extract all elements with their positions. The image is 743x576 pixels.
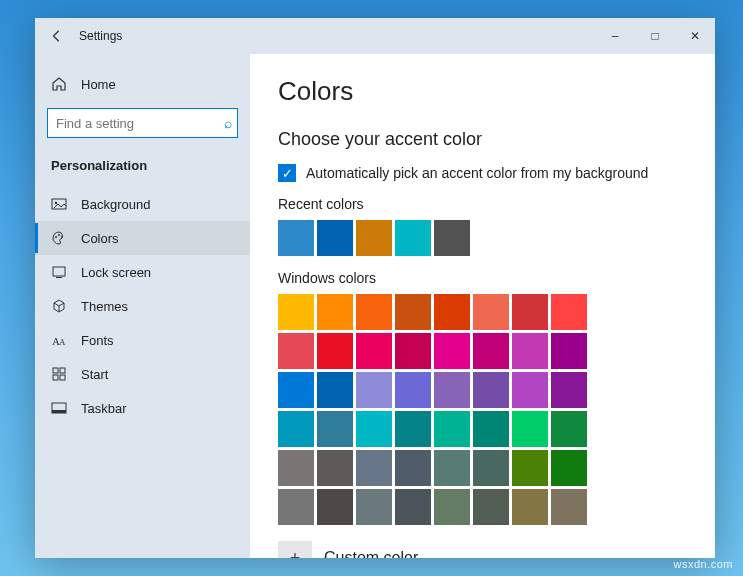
color-swatch[interactable]: [551, 489, 587, 525]
color-swatch[interactable]: [278, 220, 314, 256]
nav-home-label: Home: [81, 77, 116, 92]
nav-background[interactable]: Background: [35, 187, 250, 221]
search-input[interactable]: [56, 116, 224, 131]
nav-label: Fonts: [81, 333, 114, 348]
window-title: Settings: [79, 29, 122, 43]
svg-point-2: [55, 236, 57, 238]
color-swatch[interactable]: [356, 220, 392, 256]
svg-rect-5: [53, 267, 65, 276]
color-swatch[interactable]: [434, 450, 470, 486]
recent-colors-row: [278, 220, 590, 256]
color-swatch[interactable]: [512, 450, 548, 486]
color-swatch[interactable]: [317, 489, 353, 525]
search-input-container[interactable]: ⌕: [47, 108, 238, 138]
lock-screen-icon: [51, 264, 67, 280]
color-swatch[interactable]: [512, 411, 548, 447]
color-swatch[interactable]: [473, 450, 509, 486]
watermark: wsxdn.com: [673, 558, 733, 570]
window-controls: – □ ✕: [595, 18, 715, 54]
color-swatch[interactable]: [317, 220, 353, 256]
color-swatch[interactable]: [278, 411, 314, 447]
color-swatch[interactable]: [473, 294, 509, 330]
color-swatch[interactable]: [434, 294, 470, 330]
plus-icon[interactable]: +: [278, 541, 312, 558]
auto-accent-row[interactable]: ✓ Automatically pick an accent color fro…: [278, 164, 687, 182]
color-swatch[interactable]: [278, 333, 314, 369]
taskbar-icon: [51, 400, 67, 416]
nav-label: Themes: [81, 299, 128, 314]
recent-colors-label: Recent colors: [278, 196, 687, 212]
content-area: Colors Choose your accent color ✓ Automa…: [250, 54, 715, 558]
checkbox-checked-icon[interactable]: ✓: [278, 164, 296, 182]
color-swatch[interactable]: [434, 333, 470, 369]
color-swatch[interactable]: [395, 333, 431, 369]
color-swatch[interactable]: [473, 489, 509, 525]
color-swatch[interactable]: [512, 294, 548, 330]
color-swatch[interactable]: [551, 294, 587, 330]
color-swatch[interactable]: [551, 372, 587, 408]
nav-taskbar[interactable]: Taskbar: [35, 391, 250, 425]
color-swatch[interactable]: [395, 450, 431, 486]
nav-home[interactable]: Home: [35, 66, 250, 102]
color-swatch[interactable]: [317, 450, 353, 486]
color-swatch[interactable]: [434, 411, 470, 447]
nav-fonts[interactable]: AA Fonts: [35, 323, 250, 357]
color-swatch[interactable]: [317, 333, 353, 369]
palette-icon: [51, 230, 67, 246]
color-swatch[interactable]: [317, 294, 353, 330]
color-swatch[interactable]: [395, 489, 431, 525]
nav-colors[interactable]: Colors: [35, 221, 250, 255]
color-swatch[interactable]: [434, 220, 470, 256]
color-swatch[interactable]: [356, 333, 392, 369]
settings-window: Settings – □ ✕ Home ⌕ Personalization Ba…: [35, 18, 715, 558]
color-swatch[interactable]: [356, 372, 392, 408]
auto-accent-label: Automatically pick an accent color from …: [306, 165, 648, 181]
close-button[interactable]: ✕: [675, 18, 715, 54]
color-swatch[interactable]: [473, 333, 509, 369]
back-button[interactable]: [35, 18, 79, 54]
color-swatch[interactable]: [395, 294, 431, 330]
color-swatch[interactable]: [278, 294, 314, 330]
color-swatch[interactable]: [512, 489, 548, 525]
color-swatch[interactable]: [551, 411, 587, 447]
color-swatch[interactable]: [356, 411, 392, 447]
color-swatch[interactable]: [512, 333, 548, 369]
color-swatch[interactable]: [278, 450, 314, 486]
nav-lock-screen[interactable]: Lock screen: [35, 255, 250, 289]
color-swatch[interactable]: [434, 489, 470, 525]
category-title: Personalization: [35, 152, 250, 187]
nav-label: Taskbar: [81, 401, 127, 416]
color-swatch[interactable]: [551, 450, 587, 486]
color-swatch[interactable]: [551, 333, 587, 369]
svg-rect-11: [53, 375, 58, 380]
titlebar: Settings – □ ✕: [35, 18, 715, 54]
color-swatch[interactable]: [473, 372, 509, 408]
minimize-button[interactable]: –: [595, 18, 635, 54]
color-swatch[interactable]: [395, 220, 431, 256]
windows-colors-label: Windows colors: [278, 270, 687, 286]
color-swatch[interactable]: [278, 372, 314, 408]
nav-label: Lock screen: [81, 265, 151, 280]
color-swatch[interactable]: [356, 489, 392, 525]
custom-color-row[interactable]: + Custom color: [278, 541, 687, 558]
color-swatch[interactable]: [512, 372, 548, 408]
color-swatch[interactable]: [317, 411, 353, 447]
custom-color-label: Custom color: [324, 549, 418, 558]
color-swatch[interactable]: [278, 489, 314, 525]
color-swatch[interactable]: [434, 372, 470, 408]
color-swatch[interactable]: [356, 294, 392, 330]
nav-label: Start: [81, 367, 108, 382]
color-swatch[interactable]: [395, 411, 431, 447]
nav-start[interactable]: Start: [35, 357, 250, 391]
color-swatch[interactable]: [356, 450, 392, 486]
sidebar: Home ⌕ Personalization Background Colors…: [35, 54, 250, 558]
home-icon: [51, 76, 67, 92]
themes-icon: [51, 298, 67, 314]
color-swatch[interactable]: [317, 372, 353, 408]
svg-point-4: [61, 236, 63, 238]
nav-themes[interactable]: Themes: [35, 289, 250, 323]
color-swatch[interactable]: [473, 411, 509, 447]
color-swatch[interactable]: [395, 372, 431, 408]
svg-rect-10: [60, 368, 65, 373]
maximize-button[interactable]: □: [635, 18, 675, 54]
